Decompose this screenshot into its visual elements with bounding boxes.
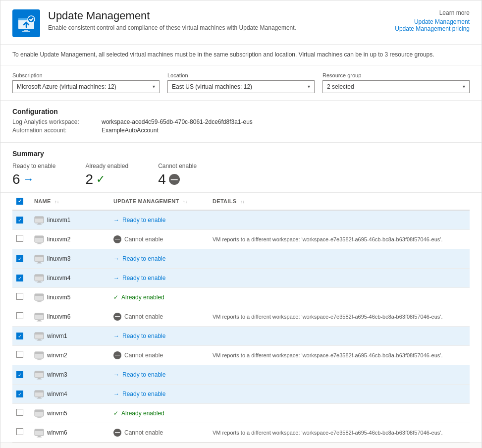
vm-name-winvm6: winvm6 — [34, 428, 106, 438]
row-checkbox-linuxvm5[interactable] — [16, 293, 23, 300]
location-dropdown[interactable]: East US (virtual machines: 12) ▾ — [167, 80, 315, 93]
account-value: ExampleAutoAccount — [102, 127, 159, 134]
row-checkbox-linuxvm3[interactable] — [16, 255, 23, 262]
svg-rect-26 — [35, 313, 44, 315]
ready-arrow-icon: → — [113, 217, 119, 224]
select-all-header[interactable] — [12, 193, 30, 210]
workspace-value: workspace-aced4c59-65db-470c-8061-2dce6f… — [102, 118, 253, 125]
row-checkbox-winvm2[interactable] — [16, 351, 23, 358]
row-checkbox-linuxvm1[interactable] — [16, 217, 23, 224]
status-enabled-winvm5: ✓Already enabled — [113, 410, 205, 417]
svg-rect-20 — [37, 282, 42, 282]
learn-more-label: Learn more — [395, 9, 470, 16]
row-checkbox-linuxvm2[interactable] — [16, 235, 23, 242]
status-text-linuxvm1: Ready to enable — [122, 217, 165, 224]
svg-rect-11 — [38, 243, 41, 244]
ready-arrow-icon: → — [113, 391, 119, 397]
vm-name-winvm3: winvm3 — [34, 370, 106, 380]
vm-name-linuxvm2: linuxvm2 — [34, 234, 106, 244]
status-cannot-winvm6: —Cannot enable — [113, 429, 205, 437]
ready-to-enable-summary: Ready to enable 6 → — [12, 163, 55, 187]
cannot-value: 4 — — [158, 171, 197, 187]
svg-rect-31 — [38, 339, 41, 340]
location-dropdown-group: Location East US (virtual machines: 12) … — [167, 72, 315, 93]
cannot-block-icon: — — [113, 351, 121, 359]
svg-rect-24 — [37, 301, 42, 302]
status-ready-winvm1: →Ready to enable — [113, 333, 205, 339]
table-row: winvm5 ✓Already enabled — [12, 403, 470, 423]
vm-name-text-winvm4: winvm4 — [47, 391, 67, 397]
page-footer: Enable Cancel Number of virtual machines… — [0, 443, 482, 448]
table-row: linuxvm5 ✓Already enabled — [12, 287, 470, 307]
resource-group-chevron-icon: ▾ — [463, 84, 465, 89]
status-ready-linuxvm1: →Ready to enable — [113, 217, 205, 224]
svg-rect-38 — [35, 371, 44, 373]
table-header-row: NAME ↑↓ UPDATE MANAGEMENT ↑↓ DETAILS ↑↓ — [12, 193, 470, 210]
table-row: linuxvm4 →Ready to enable — [12, 268, 470, 287]
name-sort-icon: ↑↓ — [54, 199, 59, 204]
cannot-block-icon: — — [113, 429, 121, 437]
account-row: Automation account: ExampleAutoAccount — [12, 127, 470, 134]
page-header: Update Management Enable consistent cont… — [0, 0, 482, 45]
status-enabled-linuxvm5: ✓Already enabled — [113, 294, 205, 301]
ready-arrow-icon: → — [113, 255, 119, 262]
subscription-dropdown[interactable]: Microsoft Azure (virtual machines: 12) ▾ — [12, 80, 160, 93]
resource-group-dropdown[interactable]: 2 selected ▾ — [322, 80, 470, 93]
vm-icon-winvm2 — [34, 350, 44, 360]
vm-name-linuxvm3: linuxvm3 — [34, 254, 106, 264]
account-label: Automation account: — [12, 127, 102, 134]
row-checkbox-linuxvm6[interactable] — [16, 312, 23, 319]
row-checkbox-linuxvm4[interactable] — [16, 275, 23, 281]
svg-rect-15 — [38, 262, 41, 263]
svg-rect-46 — [35, 410, 44, 412]
vm-name-text-linuxvm2: linuxvm2 — [47, 236, 70, 243]
subscription-value: Microsoft Azure (virtual machines: 12) — [17, 83, 116, 90]
status-text-winvm1: Ready to enable — [122, 333, 165, 339]
subscription-chevron-icon: ▾ — [153, 84, 155, 89]
resource-group-label: Resource group — [322, 72, 470, 78]
details-text-winvm6: VM reports to a different workspace: 'wo… — [213, 430, 442, 436]
update-management-link[interactable]: Update Management — [395, 18, 470, 25]
vm-name-text-winvm3: winvm3 — [47, 371, 67, 378]
svg-rect-40 — [37, 379, 42, 379]
row-checkbox-winvm1[interactable] — [16, 333, 23, 339]
vm-name-winvm2: winvm2 — [34, 350, 106, 360]
svg-rect-27 — [38, 320, 41, 321]
product-icon — [12, 9, 40, 37]
status-column-header[interactable]: UPDATE MANAGEMENT ↑↓ — [109, 193, 209, 210]
vm-icon-winvm6 — [34, 428, 44, 438]
vm-icon-linuxvm3 — [34, 254, 44, 264]
details-column-header[interactable]: DETAILS ↑↓ — [209, 193, 470, 210]
select-all-checkbox[interactable] — [16, 198, 23, 205]
svg-rect-2 — [24, 30, 28, 31]
vm-name-text-linuxvm4: linuxvm4 — [47, 275, 70, 281]
enabled-value: 2 ✓ — [85, 171, 128, 187]
svg-rect-10 — [35, 236, 44, 238]
enabled-check-icon: ✓ — [113, 294, 118, 301]
svg-rect-7 — [38, 224, 41, 224]
status-cannot-winvm2: —Cannot enable — [113, 351, 205, 359]
already-enabled-summary: Already enabled 2 ✓ — [85, 163, 128, 187]
row-checkbox-winvm6[interactable] — [16, 428, 23, 435]
svg-rect-8 — [37, 224, 42, 224]
vm-name-text-winvm6: winvm6 — [47, 429, 67, 436]
vm-name-text-linuxvm1: linuxvm1 — [47, 217, 70, 224]
svg-rect-3 — [22, 31, 30, 32]
row-checkbox-winvm5[interactable] — [16, 409, 23, 416]
row-checkbox-winvm4[interactable] — [16, 391, 23, 397]
svg-rect-18 — [35, 275, 44, 277]
vm-icon-linuxvm4 — [34, 273, 44, 283]
vm-name-winvm1: winvm1 — [34, 331, 106, 341]
update-management-pricing-link[interactable]: Update Management pricing — [395, 25, 470, 32]
vm-icon-linuxvm6 — [34, 312, 44, 322]
vm-name-winvm4: winvm4 — [34, 389, 106, 399]
name-column-header[interactable]: NAME ↑↓ — [30, 193, 109, 210]
row-checkbox-winvm3[interactable] — [16, 371, 23, 378]
ready-value: 6 → — [12, 171, 55, 187]
svg-rect-52 — [37, 437, 42, 437]
svg-rect-44 — [37, 398, 42, 398]
svg-rect-28 — [37, 321, 42, 321]
vm-icon-winvm4 — [34, 389, 44, 399]
status-text-linuxvm4: Ready to enable — [122, 275, 165, 281]
status-text-winvm3: Ready to enable — [122, 371, 165, 378]
